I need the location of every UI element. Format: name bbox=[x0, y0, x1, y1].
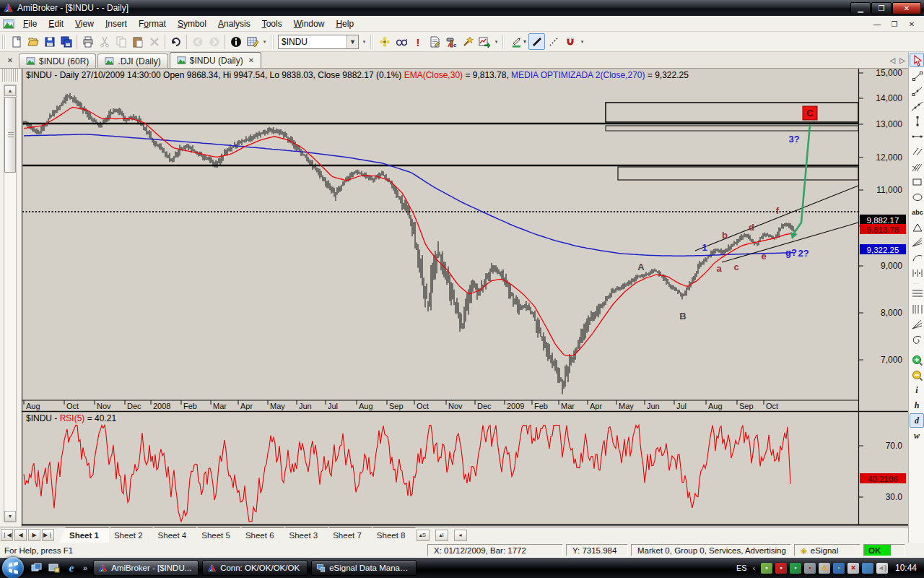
explore-button[interactable] bbox=[393, 33, 409, 50]
info-button[interactable] bbox=[227, 33, 244, 50]
sheet-mini-button[interactable]: ▴I bbox=[435, 530, 448, 541]
parameters-button[interactable] bbox=[376, 33, 393, 50]
wave-label-e[interactable]: e bbox=[761, 251, 766, 262]
start-button[interactable] bbox=[2, 557, 24, 578]
menu-window[interactable]: Window bbox=[288, 17, 331, 31]
wave-label-2[interactable]: 2? bbox=[798, 248, 808, 259]
parallel-lines-tool-button[interactable] bbox=[910, 144, 924, 158]
paste-button[interactable] bbox=[129, 33, 146, 50]
title-bar[interactable]: AmiBroker - [$INDU - - Daily] ▁ ❐ ✕ bbox=[0, 0, 924, 16]
menu-analysis[interactable]: Analysis bbox=[212, 17, 256, 31]
forward-button[interactable] bbox=[206, 33, 222, 50]
wave-label-f[interactable]: f bbox=[776, 205, 780, 216]
tray-ati-red-icon[interactable]: ▪ bbox=[775, 563, 787, 574]
line-color-dropdown-icon[interactable]: ▾ bbox=[523, 38, 526, 45]
toolbar-grip[interactable] bbox=[2, 35, 6, 49]
toolbar-overflow-icon[interactable]: ▾ bbox=[261, 34, 269, 50]
extended-line-tool-button[interactable] bbox=[910, 98, 924, 113]
toolbar-grip[interactable] bbox=[502, 35, 506, 49]
wave-label-B[interactable]: B bbox=[679, 311, 686, 322]
trendline-dotted-button[interactable] bbox=[545, 33, 562, 50]
menu-file[interactable]: File bbox=[17, 17, 43, 31]
line-color-button[interactable] bbox=[508, 33, 525, 50]
scroll-down-icon[interactable]: ▼ bbox=[4, 511, 16, 522]
rectangle-tool-button[interactable] bbox=[910, 174, 924, 189]
save-all-button[interactable] bbox=[58, 33, 74, 50]
wave-label-c[interactable]: c bbox=[733, 262, 738, 272]
interval-i-tool-button[interactable]: i bbox=[910, 383, 924, 397]
interval-h-tool-button[interactable]: h bbox=[910, 398, 924, 413]
quick-launch-overflow-icon[interactable]: » bbox=[83, 564, 87, 572]
taskbar-button-conn-ok-ok-ok-ok[interactable]: Conn: OK/OK/OK/OK bbox=[202, 560, 308, 576]
ray-tool-button[interactable] bbox=[910, 83, 924, 98]
restore-button[interactable]: ❐ bbox=[871, 2, 892, 14]
menu-tools[interactable]: Tools bbox=[256, 17, 288, 31]
menu-edit[interactable]: Edit bbox=[43, 17, 69, 31]
speed-lines-tool-button[interactable] bbox=[910, 235, 924, 249]
fib-fan-tool-button[interactable] bbox=[910, 316, 924, 331]
mdi-close-button[interactable]: ✕ bbox=[904, 18, 920, 30]
tray-power-plug-x-icon[interactable]: ✕ bbox=[847, 563, 859, 574]
chart-canvas[interactable]: CAB1abcdefg?2?3?AugOctNovDec2008FebMarAp… bbox=[22, 69, 908, 527]
zoom-out-tool-button[interactable] bbox=[910, 368, 924, 382]
tray-chevron-icon[interactable]: ‹ bbox=[753, 564, 755, 572]
edit-table-button[interactable] bbox=[244, 33, 261, 50]
tray-app-green-icon[interactable]: ▪ bbox=[761, 563, 772, 574]
menu-insert[interactable]: Insert bbox=[100, 17, 133, 31]
arc-tool-button[interactable] bbox=[910, 250, 924, 264]
wave-label-d[interactable]: d bbox=[749, 222, 754, 233]
wave-label-b[interactable]: b bbox=[722, 230, 728, 241]
tab-scroll-left-icon[interactable]: ◁ bbox=[890, 56, 896, 64]
magnet-button[interactable] bbox=[562, 33, 578, 50]
copy-button[interactable] bbox=[113, 33, 129, 50]
cycle-lines-tool-button[interactable] bbox=[910, 265, 924, 280]
sheet-tab-sheet-5[interactable]: Sheet 5 bbox=[191, 527, 240, 543]
taskbar-button-esignal-data-manager[interactable]: eSignal Data Manager bbox=[311, 560, 417, 576]
triangle-tool-button[interactable] bbox=[910, 220, 924, 234]
quick-launch-switcher-icon[interactable] bbox=[30, 561, 44, 575]
pitchfork-tool-button[interactable] bbox=[910, 159, 924, 173]
sheet-mini-button[interactable]: ▴S bbox=[417, 530, 430, 541]
sheet-tab-sheet-7[interactable]: Sheet 7 bbox=[323, 527, 372, 543]
quick-launch-ie-icon[interactable]: e bbox=[64, 561, 79, 575]
interval-d-tool-button[interactable]: d bbox=[910, 413, 924, 428]
wave-label-a[interactable]: a bbox=[716, 263, 722, 274]
minimize-button[interactable]: ▁ bbox=[850, 2, 871, 14]
horizontal-line-tool-button[interactable] bbox=[910, 129, 924, 143]
wave-label-A[interactable]: A bbox=[637, 262, 645, 272]
cut-button[interactable] bbox=[96, 33, 113, 50]
chart-tab--dji-daily-[interactable]: .DJI (Daily) bbox=[97, 53, 167, 68]
menu-help[interactable]: Help bbox=[330, 17, 359, 31]
combobox-dropdown-icon[interactable]: ▼ bbox=[346, 35, 358, 48]
tray-picture-icon[interactable]: ▪ bbox=[833, 563, 845, 574]
wave-label-3[interactable]: 3? bbox=[788, 134, 799, 144]
wave-label-g[interactable]: g? bbox=[785, 247, 797, 258]
pointer-tool-button[interactable] bbox=[910, 53, 924, 67]
quick-launch-desktop-icon[interactable] bbox=[47, 561, 61, 575]
mdi-restore-button[interactable]: ❐ bbox=[886, 18, 902, 30]
wave-label-1[interactable]: 1 bbox=[702, 242, 707, 253]
sheet-tab-sheet-1[interactable]: Sheet 1 bbox=[59, 527, 109, 543]
tray-keyboard-warning-icon[interactable]: ⚠ bbox=[819, 563, 830, 574]
wizard-button[interactable] bbox=[459, 33, 476, 50]
close-pane-icon[interactable]: ✕ bbox=[4, 54, 16, 66]
text-abc-tool-button[interactable]: abc bbox=[910, 204, 924, 219]
sheet-tab-sheet-2[interactable]: Sheet 2 bbox=[104, 527, 153, 543]
back-button[interactable] bbox=[189, 33, 206, 50]
sheet-tab-sheet-8[interactable]: Sheet 8 bbox=[367, 527, 416, 543]
toolbar-overflow-icon[interactable]: ▾ bbox=[360, 34, 368, 50]
sheet-tab-sheet-6[interactable]: Sheet 6 bbox=[235, 527, 284, 543]
save-button[interactable] bbox=[41, 33, 58, 50]
sheet-first-button[interactable]: ❘◀ bbox=[1, 529, 13, 541]
toolbar-grip[interactable] bbox=[271, 35, 274, 49]
delete-button[interactable] bbox=[146, 33, 162, 50]
menu-symbol[interactable]: Symbol bbox=[172, 17, 212, 31]
tray-speaker-icon[interactable]: ◄) bbox=[876, 563, 888, 574]
fib-levels-tool-button[interactable] bbox=[910, 286, 924, 301]
print-button[interactable] bbox=[79, 33, 96, 50]
sheet-prev-button[interactable]: ◀ bbox=[14, 529, 27, 541]
chart-export-button[interactable] bbox=[476, 33, 492, 50]
menu-view[interactable]: View bbox=[69, 17, 100, 31]
scrollbar-thumb[interactable] bbox=[4, 97, 16, 173]
vertical-scrollbar[interactable]: ▲ ▼ bbox=[4, 85, 17, 522]
